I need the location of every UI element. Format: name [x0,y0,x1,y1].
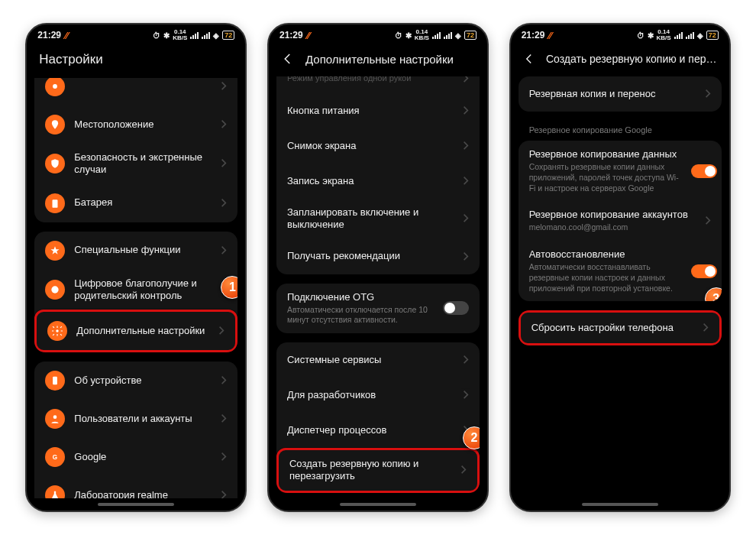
chevron-right-icon [463,176,469,186]
battery-icon: 72 [706,31,719,40]
settings-row-backup-transfer[interactable]: Резервная копия и перенос [519,76,722,112]
svg-text:G: G [53,454,57,461]
page-title: Дополнительные настройки [305,53,454,66]
svg-rect-4 [53,377,57,385]
alarm-icon: ⏱ [637,31,645,40]
status-bar: 21:29 ⁄⁄ ⏱ ✱ 0.14KB/S ◈ 72 [269,24,487,44]
autorecovery-toggle[interactable] [691,264,717,278]
settings-row-special[interactable]: Специальные функции [34,232,237,270]
chevron-right-icon [221,158,227,169]
signal-icon [190,31,199,39]
gesture-bar[interactable] [98,503,174,506]
settings-row-developer[interactable]: Для разработчиков [276,378,480,413]
screen-header: Создать резервную копию и перезаг... [511,44,729,76]
chevron-right-icon [463,251,469,262]
bluetooth-icon: ✱ [648,31,654,40]
svg-point-0 [53,84,57,89]
net-speed: 0.14KB/S [657,29,671,41]
star-icon [45,241,65,261]
security-icon [45,154,65,173]
settings-row-backup-accounts[interactable]: Резервное копирование аккаунтов melomano… [519,201,722,241]
settings-row-schedule-power[interactable]: Запланировать включение и выключение [276,199,480,239]
alarm-icon: ⏱ [395,31,402,40]
battery-icon: 72 [464,31,477,40]
wifi-icon: ◈ [697,31,703,40]
settings-row-battery[interactable]: Батарея [34,184,237,222]
svg-point-2 [52,286,59,293]
notification-icon: ⁄⁄ [65,30,68,41]
svg-point-3 [57,329,60,332]
section-title: Резервное копирование Google [519,121,722,141]
settings-row-location[interactable]: Местоположение [34,105,237,144]
page-title: Создать резервную копию и перезаг... [546,53,717,65]
backup-data-toggle[interactable] [691,164,717,178]
wifi-icon: ◈ [455,31,461,40]
chevron-right-icon [463,390,469,400]
back-icon[interactable] [281,52,295,66]
settings-row-system-services[interactable]: Системные сервисы [276,342,480,378]
settings-content[interactable]: x Местоположение Безопасность и экстренн… [27,78,245,498]
battery-icon [45,193,65,213]
signal-icon [444,31,452,39]
settings-row-otg[interactable]: Подключение OTG Автоматически отключаетс… [276,284,480,334]
backup-content[interactable]: Резервная копия и перенос Резервное копи… [511,76,729,498]
chevron-right-icon [705,216,711,226]
settings-row-recommendations[interactable]: Получать рекомендации [276,239,480,274]
alarm-icon: ⏱ [153,31,160,40]
phone-screen-3: 21:29 ⁄⁄ ⏱ ✱ 0.14KB/S ◈ 72 Создать резер… [509,23,731,512]
generic-icon [45,78,65,96]
phone-icon [45,371,65,391]
chevron-right-icon [463,76,469,84]
settings-row-realme-lab[interactable]: Лаборатория realme [34,476,237,498]
wellbeing-icon [45,280,65,300]
settings-row-google[interactable]: G Google [34,438,237,476]
chevron-right-icon [221,245,227,256]
gesture-bar[interactable] [340,503,416,506]
battery-icon: 72 [222,31,234,40]
flask-icon [45,485,65,498]
chevron-right-icon [463,105,469,116]
step-badge-2: 2 [463,426,480,449]
chevron-right-icon [463,213,469,224]
settings-row[interactable]: Режим управления одной рукой [276,76,480,93]
settings-row-reset-phone[interactable]: Сбросить настройки телефона [519,310,722,345]
settings-row-backup-restart[interactable]: Создать резервную копию и перезагрузить [276,448,480,493]
step-badge-1: 1 [221,276,237,299]
chevron-right-icon [463,141,469,151]
chevron-right-icon [221,81,227,92]
svg-rect-1 [53,199,58,208]
settings-row-power-button[interactable]: Кнопка питания [276,93,480,128]
gear-icon [47,321,67,341]
settings-row[interactable]: x [34,78,237,105]
chevron-right-icon [460,465,467,475]
step-badge-3: 3 [705,287,722,301]
settings-row-additional[interactable]: Дополнительные настройки [34,310,237,352]
settings-row-process-manager[interactable]: Диспетчер процессов 2 [276,413,480,448]
settings-row-users[interactable]: Пользователи и аккаунты [34,400,237,438]
back-icon[interactable] [523,52,535,66]
otg-toggle[interactable] [443,301,469,315]
settings-row-backup-data[interactable]: Резервное копирование данных Сохранять р… [519,141,722,201]
chevron-right-icon [218,326,225,336]
chevron-right-icon [221,119,227,130]
status-time: 21:29 [522,30,545,41]
settings-row-screen-record[interactable]: Запись экрана [276,164,480,199]
signal-icon [202,31,210,39]
settings-row-screenshot[interactable]: Снимок экрана [276,128,480,164]
chevron-right-icon [221,413,227,424]
phone-screen-2: 21:29 ⁄⁄ ⏱ ✱ 0.14KB/S ◈ 72 Дополнительны… [267,23,489,512]
google-icon: G [45,447,65,467]
wifi-icon: ◈ [213,31,219,40]
gesture-bar[interactable] [582,503,658,506]
settings-row-about[interactable]: Об устройстве [34,362,237,400]
settings-row-security[interactable]: Безопасность и экстренные случаи [34,144,237,184]
signal-icon [686,31,694,39]
bluetooth-icon: ✱ [405,31,412,40]
screen-header: Дополнительные настройки [269,44,487,76]
phone-screen-1: 21:29 ⁄⁄ ⏱ ✱ 0.14KB/S ◈ 72 Настройки x М… [25,23,247,512]
settings-row-autorecovery[interactable]: Автовосстановление Автоматически восстан… [519,241,722,301]
page-title: Настройки [39,52,102,67]
signal-icon [432,31,441,39]
settings-row-wellbeing[interactable]: Цифровое благополучие и родительский кон… [34,270,237,310]
additional-settings-content[interactable]: Режим управления одной рукой Кнопка пита… [269,76,487,498]
